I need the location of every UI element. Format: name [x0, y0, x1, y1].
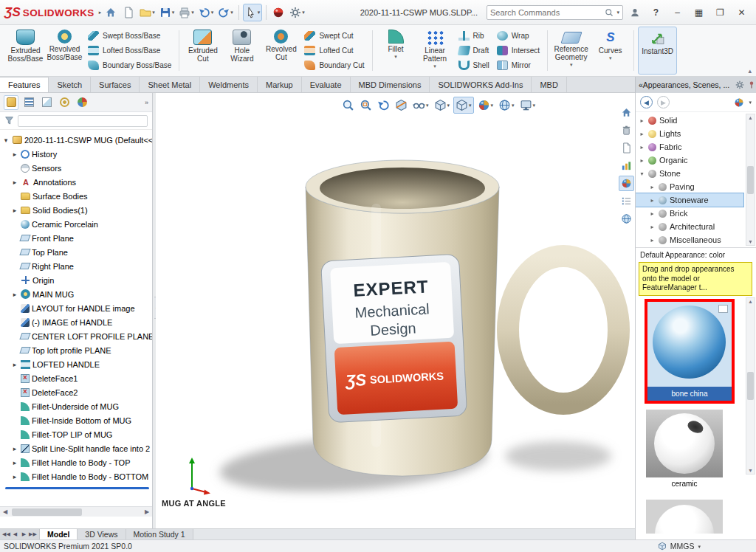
mug-3d-model[interactable]: EXPERT Mechanical Design ƷS SOLIDWORKS	[156, 93, 635, 528]
draft-button[interactable]: Draft	[455, 44, 493, 58]
scroll-down-icon[interactable]: ▼	[748, 468, 753, 473]
linear-pattern-button[interactable]: Linear Pattern ▾	[416, 27, 455, 75]
tree-item[interactable]: DeleteFace2	[2, 385, 152, 399]
tab-scroll-left-icon[interactable]: ◀	[11, 531, 19, 537]
undo-button[interactable]: ▾	[197, 4, 216, 21]
chevron-down-icon[interactable]: ▾	[394, 55, 397, 58]
curves-button[interactable]: Curves ▾	[591, 27, 630, 75]
tree-item[interactable]: Fillet-TOP LIP of MUG	[2, 427, 152, 441]
tab-scroll-right-icon[interactable]: ▶	[20, 531, 28, 537]
hide-show-items-button[interactable]: ▾	[411, 97, 430, 113]
expand-arrow[interactable]	[639, 170, 645, 177]
ribbon-tab[interactable]: MBD Dimensions	[351, 77, 430, 92]
tree-item[interactable]: Split Line-Split handle face into 2	[2, 441, 152, 455]
chevron-down-icon[interactable]: ▾	[512, 103, 515, 108]
taskpane-options-gear-icon[interactable]	[735, 80, 744, 89]
scroll-up-icon[interactable]: ▲	[748, 115, 753, 120]
ribbon-tab[interactable]: Surfaces	[91, 77, 140, 92]
view-orientation-button[interactable]: ▾	[453, 97, 474, 114]
chevron-down-icon[interactable]: ▾	[302, 10, 305, 15]
chevron-down-icon[interactable]: ▾	[172, 10, 175, 15]
filter-funnel-icon[interactable]	[4, 116, 14, 125]
chevron-down-icon[interactable]: ▾	[533, 103, 536, 108]
document-tab[interactable]: 3D Views	[78, 529, 126, 539]
tree-item[interactable]: Top Plane	[2, 245, 152, 259]
taskpane-header[interactable]: «Appearances, Scenes, ...	[635, 77, 756, 93]
forward-button[interactable]: ▶	[657, 96, 670, 108]
appearance-category-row[interactable]: Architectural	[636, 220, 743, 233]
chevron-down-icon[interactable]: ▾	[469, 103, 472, 108]
appearance-category-row[interactable]: Brick	[636, 207, 743, 220]
tree-item[interactable]: Surface Bodies	[2, 189, 152, 203]
window-layout-button[interactable]: ▦	[689, 3, 709, 22]
chevron-down-icon[interactable]: ▾	[749, 100, 752, 105]
chevron-down-icon[interactable]: ▾	[570, 63, 573, 66]
tree-item[interactable]: Fillet-Underside of MUG	[2, 399, 152, 413]
solidworks-forum-tab[interactable]	[619, 211, 634, 227]
extruded-cut-button[interactable]: Extruded Cut	[183, 27, 222, 75]
scroll-up-icon[interactable]: ▲	[748, 299, 753, 304]
appearance-category-row[interactable]: Lights	[636, 127, 743, 140]
chevron-down-icon[interactable]: ▾	[258, 10, 261, 15]
tree-item[interactable]: Top loft profile PLANE	[2, 343, 152, 357]
appearances-scenes-tab[interactable]	[619, 176, 634, 191]
propertymanager-tab[interactable]	[21, 95, 36, 110]
appearance-ball-icon[interactable]	[270, 4, 286, 21]
login-button[interactable]	[625, 3, 645, 22]
display-style-button[interactable]: ▾	[433, 97, 452, 113]
appearance-category-row[interactable]: Stone	[636, 167, 743, 180]
ribbon-tab[interactable]: SOLIDWORKS Add-Ins	[430, 77, 532, 92]
tab-scroll-last-icon[interactable]: ▶▶	[29, 531, 37, 537]
scrollbar-thumb[interactable]	[747, 372, 754, 400]
chevron-down-icon[interactable]: ▾	[211, 10, 214, 15]
chevron-down-icon[interactable]: ▾	[609, 56, 612, 60]
expand-arrow[interactable]	[649, 210, 656, 217]
tree-item[interactable]: Ceramic Porcelain	[2, 217, 152, 231]
open-button[interactable]: ▾	[138, 4, 157, 21]
appearance-category-row[interactable]: Fabric	[636, 140, 743, 153]
appearance-ball-icon[interactable]	[734, 97, 744, 108]
home-button[interactable]	[103, 4, 119, 21]
tree-item[interactable]: History	[2, 147, 152, 161]
document-tab[interactable]: Model	[40, 529, 78, 539]
tree-item[interactable]: Fillet Handle to Body - BOTTOM	[2, 469, 152, 483]
tree-vertical-scrollbar[interactable]: ▲ ▼	[746, 114, 755, 246]
tree-item[interactable]: Solid Bodies(1)	[2, 203, 152, 217]
tree-item[interactable]: CENTER LOFT PROFILE PLANE	[2, 329, 152, 343]
appearance-thumbnail-ceramic[interactable]	[646, 410, 723, 477]
expand-arrow[interactable]	[11, 459, 18, 466]
chevron-down-icon[interactable]: ▾	[152, 10, 155, 15]
scroll-down-icon[interactable]: ▼	[748, 239, 753, 244]
lofted-boss-button[interactable]: Lofted Boss/Base	[84, 44, 175, 58]
rib-button[interactable]: Rib	[455, 29, 493, 43]
expand-arrow[interactable]	[639, 131, 645, 137]
tree-item[interactable]: LAYOUT for HANDLE image	[2, 301, 152, 315]
tree-item[interactable]: (-) IMAGE of HANDLE	[2, 315, 152, 329]
expand-arrow[interactable]	[11, 151, 18, 158]
options-button[interactable]: ▾	[288, 4, 306, 21]
expand-arrow[interactable]	[649, 224, 656, 230]
chevron-down-icon[interactable]: ▾	[433, 64, 436, 68]
view-palette-tab[interactable]	[619, 158, 634, 173]
search-commands-box[interactable]: ▾	[487, 5, 623, 20]
expand-arrow[interactable]	[11, 291, 18, 298]
expand-arrow[interactable]	[639, 144, 645, 151]
ribbon-tab[interactable]: MBD	[532, 77, 566, 92]
tree-horizontal-scrollbar[interactable]: ◀ ▶	[0, 506, 152, 517]
wrap-button[interactable]: Wrap	[493, 29, 543, 43]
feature-tree-root[interactable]: 2020-11-11-CSWP MUG (Default<<Defa	[2, 133, 152, 147]
expand-arrow[interactable]	[11, 445, 18, 452]
appearance-thumbnail-partial[interactable]	[646, 500, 723, 534]
tree-item[interactable]: Front Plane	[2, 231, 152, 245]
revolved-boss-button[interactable]: Revolved Boss/Base	[45, 27, 84, 75]
lofted-cut-button[interactable]: Lofted Cut	[300, 44, 368, 58]
expand-arrow[interactable]	[649, 184, 656, 190]
expand-arrow[interactable]	[11, 361, 18, 368]
mug-interior[interactable]	[320, 168, 485, 209]
tree-item[interactable]: Right Plane	[2, 259, 152, 273]
search-input[interactable]	[490, 8, 602, 17]
tab-scroll-first-icon[interactable]: ◀◀	[2, 531, 10, 537]
tabs-overflow-icon[interactable]: »	[145, 99, 148, 106]
expand-arrow[interactable]	[11, 473, 18, 480]
shell-button[interactable]: Shell	[455, 58, 493, 72]
